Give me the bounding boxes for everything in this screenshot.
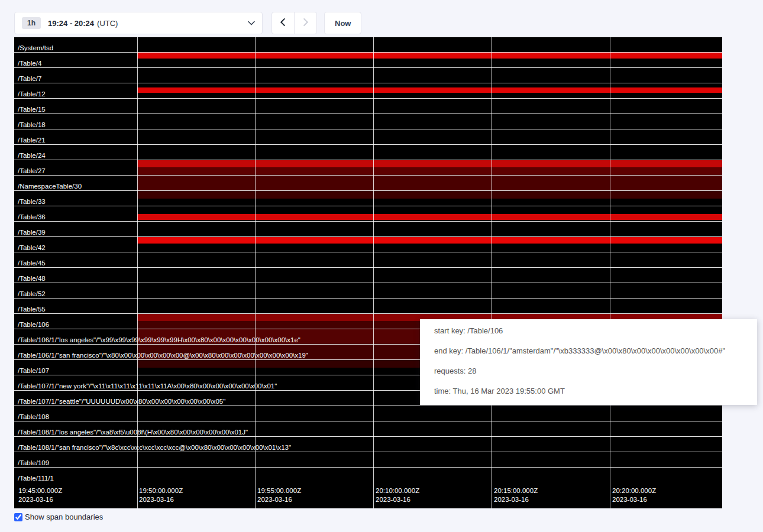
- span-label: /Table/52: [18, 290, 46, 297]
- axis-tick-date: 2023-03-16: [376, 495, 419, 504]
- span-label: /Table/42: [18, 244, 46, 251]
- axis-tick-time: 19:45:00.000Z: [18, 486, 62, 495]
- axis-tick-time: 20:10:00.000Z: [376, 486, 419, 495]
- tooltip-end-key: end key: /Table/106/1/"amsterdam"/"\xb33…: [434, 347, 743, 355]
- heat-band[interactable]: [137, 191, 722, 199]
- show-span-boundaries-checkbox[interactable]: [14, 513, 22, 521]
- heat-band[interactable]: [137, 87, 722, 93]
- span-row[interactable]: /Table/39: [14, 221, 722, 236]
- span-label: /Table/107: [18, 367, 49, 374]
- span-row[interactable]: /Table/24: [14, 144, 722, 160]
- span-label: /Table/106: [18, 321, 49, 328]
- heat-band[interactable]: [137, 160, 722, 167]
- span-label: /Table/108/1/"los angeles"/"\xa8\xf5\u00…: [18, 429, 248, 436]
- time-gridline: [610, 37, 610, 508]
- axis-tick-time: 20:20:00.000Z: [612, 486, 656, 495]
- axis-tick-date: 2023-03-16: [18, 495, 62, 504]
- key-visualizer-canvas[interactable]: /System/tsd/Table/4/Table/7/Table/12/Tab…: [14, 37, 722, 508]
- heat-band[interactable]: [137, 237, 722, 244]
- span-row[interactable]: /Table/15: [14, 98, 722, 113]
- span-row[interactable]: /Table/55: [14, 298, 722, 313]
- axis-tick-date: 2023-03-16: [257, 495, 301, 504]
- canvas-footer: Show span boundaries: [14, 512, 103, 521]
- heat-band[interactable]: [137, 214, 722, 220]
- span-label: /Table/39: [18, 229, 46, 236]
- span-label: /Table/36: [18, 213, 46, 220]
- axis-tick-time: 20:15:00.000Z: [494, 486, 538, 495]
- prev-time-button[interactable]: [271, 12, 295, 34]
- axis-tick: 19:45:00.000Z2023-03-16: [18, 486, 62, 504]
- span-row[interactable]: /NamespaceTable/30: [14, 175, 722, 190]
- span-row[interactable]: /Table/27: [14, 160, 722, 175]
- time-nav-group: [271, 12, 317, 34]
- span-label: /Table/4: [18, 60, 41, 67]
- span-row[interactable]: /Table/108/1/"san francisco"/"\x8c\xcc\x…: [14, 436, 722, 452]
- toolbar: 1h 19:24 - 20:24 (UTC) Now: [14, 12, 361, 34]
- span-row[interactable]: /Table/33: [14, 190, 722, 206]
- span-row[interactable]: /Table/108/1/"los angeles"/"\xa8\xf5\u00…: [14, 421, 722, 436]
- now-button[interactable]: Now: [324, 12, 361, 34]
- span-label: /Table/45: [18, 259, 46, 267]
- chevron-down-icon: [248, 21, 255, 25]
- axis-tick-date: 2023-03-16: [139, 495, 183, 504]
- axis-tick: 19:50:00.000Z2023-03-16: [139, 486, 183, 504]
- span-label: /Table/33: [18, 198, 46, 205]
- chevron-left-icon: [279, 18, 287, 28]
- span-label: /Table/108/1/"san francisco"/"\x8c\xcc\x…: [18, 444, 291, 451]
- axis-tick: 19:55:00.000Z2023-03-16: [257, 486, 301, 504]
- span-row[interactable]: /Table/18: [14, 113, 722, 129]
- heatmap-rows: /System/tsd/Table/4/Table/7/Table/12/Tab…: [14, 37, 722, 482]
- next-time-button[interactable]: [294, 12, 317, 34]
- span-row[interactable]: /Table/42: [14, 236, 722, 252]
- span-label: /Table/106/1/"los angeles"/"\x99\x99\x99…: [18, 336, 300, 343]
- axis-tick: 20:20:00.000Z2023-03-16: [612, 486, 656, 504]
- span-label: /Table/107/1/"new york"/"\x11\x11\x11\x1…: [18, 382, 277, 390]
- span-label: /Table/55: [18, 306, 46, 313]
- span-row[interactable]: /Table/111/1: [14, 467, 722, 482]
- axis-tick-time: 19:50:00.000Z: [139, 486, 183, 495]
- span-row[interactable]: /Table/4: [14, 52, 722, 67]
- tooltip-requests: requests: 28: [434, 367, 743, 375]
- span-row[interactable]: /Table/109: [14, 452, 722, 467]
- time-gridline: [373, 37, 374, 508]
- chevron-right-icon: [301, 18, 310, 28]
- span-row[interactable]: /Table/21: [14, 129, 722, 144]
- span-label: /Table/21: [18, 137, 46, 144]
- axis-tick-date: 2023-03-16: [612, 495, 656, 504]
- heat-fill[interactable]: [137, 176, 722, 190]
- span-row[interactable]: /Table/45: [14, 252, 722, 267]
- span-label: /NamespaceTable/30: [18, 183, 82, 190]
- span-row[interactable]: /Table/48: [14, 267, 722, 283]
- time-range-selector[interactable]: 1h 19:24 - 20:24 (UTC): [14, 12, 263, 34]
- span-label: /Table/12: [18, 90, 46, 98]
- time-range-text: 19:24 - 20:24: [48, 19, 94, 28]
- span-row[interactable]: /Table/12: [14, 83, 722, 98]
- span-tooltip: start key: /Table/106 end key: /Table/10…: [420, 319, 757, 405]
- heat-band[interactable]: [137, 53, 722, 59]
- tooltip-time: time: Thu, 16 Mar 2023 19:55:00 GMT: [434, 387, 743, 395]
- span-label: /System/tsd: [18, 44, 53, 51]
- span-label: /Table/18: [18, 121, 46, 128]
- span-label: /Table/27: [18, 167, 46, 174]
- span-label: /Table/15: [18, 106, 46, 113]
- span-row[interactable]: /Table/7: [14, 67, 722, 83]
- span-label: /Table/108: [18, 413, 49, 420]
- time-gridline: [255, 37, 256, 508]
- span-label: /Table/107/1/"seattle"/"UUUUUUD\x00\x80\…: [18, 398, 225, 405]
- span-label: /Table/111/1: [18, 475, 54, 482]
- span-row[interactable]: /Table/108: [14, 406, 722, 421]
- span-label: /Table/24: [18, 152, 46, 159]
- axis-tick: 20:10:00.000Z2023-03-16: [376, 486, 419, 504]
- span-label: /Table/48: [18, 275, 46, 282]
- axis-tick-time: 19:55:00.000Z: [257, 486, 301, 495]
- axis-tick-date: 2023-03-16: [494, 495, 538, 504]
- show-span-boundaries-label: Show span boundaries: [25, 512, 103, 521]
- time-gridline: [137, 37, 138, 508]
- span-row[interactable]: /System/tsd: [14, 37, 722, 52]
- time-zone-text: (UTC): [97, 19, 118, 28]
- time-window-badge: 1h: [22, 17, 41, 29]
- span-row[interactable]: /Table/36: [14, 206, 722, 221]
- span-row[interactable]: /Table/52: [14, 283, 722, 298]
- span-label: /Table/109: [18, 459, 49, 466]
- tooltip-start-key: start key: /Table/106: [434, 327, 743, 335]
